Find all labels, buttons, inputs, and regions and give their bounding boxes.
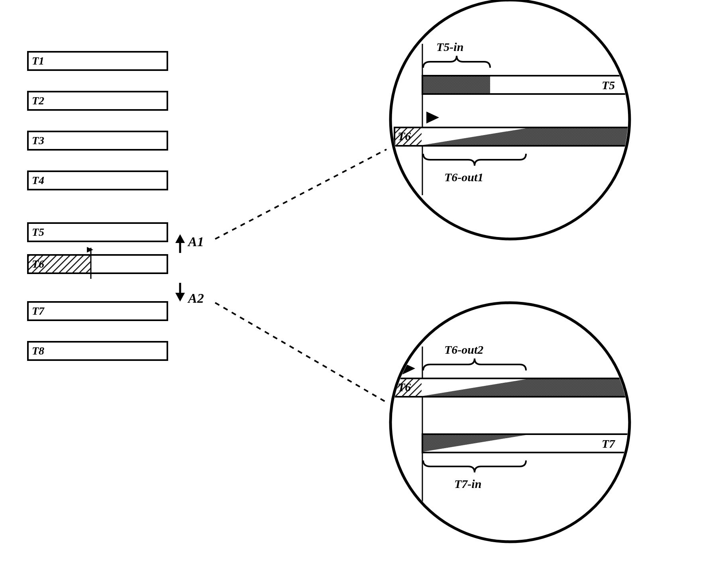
diagram-canvas: T1 T2 T3 T4 T5 T6	[0, 0, 728, 572]
svg-rect-9	[28, 223, 167, 241]
zoom2-in-label: T7-in	[454, 477, 481, 490]
leader-a1	[215, 149, 387, 239]
track-t5: T5	[28, 223, 167, 241]
track-t2-label: T2	[32, 94, 44, 107]
track-t6-label: T6	[32, 258, 44, 270]
arrow-up-icon	[175, 234, 185, 243]
a2-arrow: A2	[175, 283, 204, 306]
track-t8: T8	[28, 342, 167, 360]
zoom-a2: T6-out2 T6 T7 T7-in	[390, 303, 630, 542]
svg-rect-6	[28, 92, 167, 110]
track-t7-label: T7	[32, 305, 45, 317]
leader-a2	[215, 303, 387, 402]
track-t3: T3	[28, 131, 167, 150]
track-t5-label: T5	[32, 226, 44, 238]
track-t7: T7	[28, 302, 167, 320]
zoom1-in-label: T5-in	[436, 40, 463, 53]
arrow-down-icon	[175, 293, 185, 302]
track-list: T1 T2 T3 T4 T5 T6	[28, 52, 167, 360]
zoom1-t6-label: T6	[398, 129, 411, 143]
zoom2-t6-label: T6	[398, 380, 411, 394]
a2-label: A2	[187, 291, 204, 306]
svg-rect-7	[28, 131, 167, 150]
track-t8-label: T8	[32, 345, 44, 357]
a1-label: A1	[187, 234, 204, 249]
zoom1-t5-label: T5	[602, 78, 615, 92]
svg-rect-5	[28, 52, 167, 70]
zoom-a1: T5 T5-in T6 T6-out1	[390, 0, 630, 239]
track-t6: T6	[28, 247, 167, 279]
track-t2: T2	[28, 92, 167, 110]
track-t1-label: T1	[32, 55, 44, 67]
zoom2-t7-label: T7	[602, 437, 615, 450]
track-t4-label: T4	[32, 174, 44, 186]
zoom1-out-label: T6-out1	[444, 170, 483, 184]
track-t1: T1	[28, 52, 167, 70]
a1-arrow: A1	[175, 234, 204, 253]
svg-rect-8	[28, 171, 167, 190]
track-t3-label: T3	[32, 134, 44, 147]
playhead-icon	[87, 247, 93, 253]
zoom2-out-label: T6-out2	[444, 343, 483, 356]
svg-rect-12	[28, 342, 167, 360]
svg-rect-11	[28, 302, 167, 320]
svg-point-19	[390, 303, 630, 542]
track-t4: T4	[28, 171, 167, 190]
